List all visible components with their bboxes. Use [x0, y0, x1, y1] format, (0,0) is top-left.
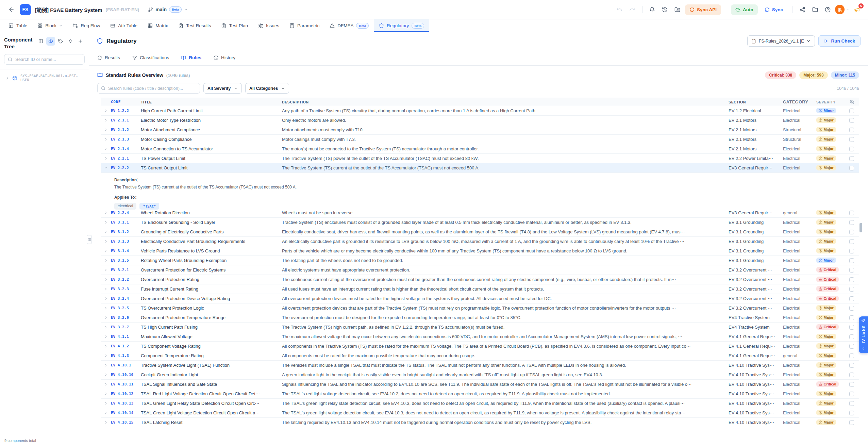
rule-checkbox[interactable] [849, 137, 854, 142]
rule-code[interactable]: EV 4.10.11 [111, 382, 141, 386]
rule-row-ev-4-10-10[interactable]: EV 4.10.10Cockpit Green Indicator LightA… [101, 370, 859, 380]
rule-checkbox[interactable] [849, 211, 854, 215]
rule-row-ev-2-1-1[interactable]: EV 2.1.1Electric Motor Type RestrictionO… [101, 116, 859, 125]
rule-code[interactable]: EV 3.1.1 [111, 220, 141, 225]
rule-checkbox[interactable] [849, 315, 854, 320]
rule-checkbox[interactable] [849, 373, 854, 377]
expand-row-icon[interactable] [101, 259, 111, 262]
expand-row-icon[interactable] [101, 220, 111, 224]
eye-off-icon[interactable] [850, 100, 854, 104]
panel-layout-button[interactable] [36, 37, 45, 46]
expand-collapse-button[interactable] [66, 37, 75, 46]
sub-tab-results[interactable]: Results [97, 55, 120, 60]
severity-filter[interactable]: All Severity [203, 83, 242, 94]
rule-checkbox[interactable] [849, 334, 854, 339]
version-history-button[interactable] [660, 4, 670, 15]
branch-selector[interactable]: main Beta [148, 6, 187, 13]
expand-row-icon[interactable] [101, 287, 111, 291]
rule-code[interactable]: EV 3.1.5 [111, 258, 141, 263]
rule-checkbox[interactable] [849, 353, 854, 358]
rule-code[interactable]: EV 3.2.7 [111, 325, 141, 329]
redo-button[interactable] [627, 4, 637, 15]
rule-code[interactable]: EV 4.1.1 [111, 334, 141, 339]
nav-tab-attr-table[interactable]: Attr Table [105, 19, 143, 32]
rule-code[interactable]: EV 4.1.2 [111, 344, 141, 348]
rule-row-ev-3-2-1[interactable]: EV 3.2.1Overcurrent Protection for Elect… [101, 265, 859, 275]
rule-checkbox[interactable] [849, 325, 854, 330]
rule-row-ev-3-1-5[interactable]: EV 3.1.5Rotating Wheel Parts Grounding E… [101, 256, 859, 265]
rule-row-ev-4-1-2[interactable]: EV 4.1.2TS Component Voltage RatingAll c… [101, 342, 859, 351]
rule-row-ev-4-10-12[interactable]: EV 4.10.12TSAL Red Light Voltage Detecti… [101, 389, 859, 399]
run-check-button[interactable]: Run Check [818, 35, 861, 47]
undo-button[interactable] [615, 4, 625, 15]
rule-checkbox[interactable] [849, 258, 854, 263]
rule-row-ev-4-10-1[interactable]: EV 4.10.1Tractive System Active Light (T… [101, 361, 859, 370]
rule-row-ev-4-10-15[interactable]: EV 4.10.15TSAL Latching ResetThe latchin… [101, 418, 859, 427]
category-filter[interactable]: All Categories [245, 83, 289, 94]
rule-row-ev-3-2-3[interactable]: EV 3.2.3Fuse Interrupt Current RatingAll… [101, 284, 859, 294]
rule-code[interactable]: EV 2.2.1 [111, 156, 141, 161]
sync-api-button[interactable]: Sync API [685, 4, 721, 15]
rule-checkbox[interactable] [849, 249, 854, 253]
rule-row-ev-4-10-11[interactable]: EV 4.10.11TSAL Signal Influences and Saf… [101, 380, 859, 389]
expand-row-icon[interactable] [101, 363, 111, 367]
rule-row-ev-4-1-1[interactable]: EV 4.1.1Maximum Allowed VoltageThe maxim… [101, 332, 859, 342]
help-button[interactable] [822, 4, 833, 15]
auto-save-button[interactable]: Auto [731, 4, 758, 15]
rule-checkbox[interactable] [849, 363, 854, 368]
rule-row-ev-2-1-3[interactable]: EV 2.1.3Motor Casing ComplianceMotor cas… [101, 135, 859, 144]
expand-row-icon[interactable] [101, 230, 111, 234]
rule-checkbox[interactable] [849, 166, 854, 170]
rule-code[interactable]: EV 4.10.15 [111, 420, 141, 425]
vertical-scrollbar-thumb[interactable] [859, 223, 862, 232]
ai-assistant-button[interactable]: SRMT AI [859, 316, 868, 353]
rule-checkbox[interactable] [849, 411, 854, 415]
rule-code[interactable]: EV 3.1.2 [111, 230, 141, 234]
tree-item-root[interactable]: SYS-FSAE-BAT-EN-001-u-EST-USER [4, 69, 85, 86]
rule-code[interactable]: EV 4.10.13 [111, 401, 141, 406]
rule-row-ev-4-10-14[interactable]: EV 4.10.14TSAL Green Light Voltage Detec… [101, 408, 859, 418]
expand-row-icon[interactable] [101, 354, 111, 358]
rule-row-ev-2-2-2[interactable]: EV 2.2.2TS Current Output LimitThe Tract… [101, 163, 859, 173]
sub-tab-history[interactable]: History [214, 55, 235, 60]
rule-checkbox[interactable] [849, 382, 854, 387]
rule-code[interactable]: EV 4.10.10 [111, 373, 141, 377]
rule-checkbox[interactable] [849, 156, 854, 161]
rule-checkbox[interactable] [849, 147, 854, 151]
sub-tab-classifications[interactable]: Classifications [132, 55, 169, 60]
rule-row-ev-3-1-1[interactable]: EV 3.1.1TS Enclosure Grounding - Solid L… [101, 218, 859, 227]
expand-row-icon[interactable] [101, 373, 111, 377]
nav-tab-parametric[interactable]: Parametric [284, 19, 324, 32]
rule-checkbox[interactable] [849, 287, 854, 292]
nav-tab-dfmea[interactable]: DFMEABeta [324, 19, 374, 32]
rule-code[interactable]: EV 3.2.6 [111, 315, 141, 320]
expand-row-icon[interactable] [101, 401, 111, 405]
expand-row-icon[interactable] [101, 137, 111, 141]
rule-row-ev-3-2-7[interactable]: EV 3.2.7TS High Current Path FusingThe T… [101, 323, 859, 332]
notifications-button[interactable] [647, 4, 657, 15]
rule-checkbox[interactable] [849, 118, 854, 123]
rule-row-ev-4-1-3[interactable]: EV 4.1.3Component Temperature RatingAll … [101, 351, 859, 361]
rule-code[interactable]: EV 4.10.14 [111, 411, 141, 415]
ruleset-selector[interactable]: FS-Rules_2026_v1.1 [E [747, 35, 815, 47]
rule-code[interactable]: EV 3.2.4 [111, 296, 141, 301]
rule-row-ev-2-2-4[interactable]: EV 2.2.4Wheel Rotation DirectionWheels m… [101, 208, 859, 218]
nav-tab-regulatory[interactable]: RegulatoryBeta [374, 19, 429, 32]
folder-sync-button[interactable] [672, 4, 683, 15]
rule-row-ev-3-2-2[interactable]: EV 3.2.2Overcurrent Protection RatingThe… [101, 275, 859, 284]
expand-row-icon[interactable] [101, 118, 111, 122]
rule-row-ev-3-2-4[interactable]: EV 3.2.4Overcurrent Protection Device Vo… [101, 294, 859, 303]
rule-code[interactable]: EV 3.2.1 [111, 268, 141, 272]
rule-code[interactable]: EV 3.2.5 [111, 306, 141, 310]
nav-tab-test-plan[interactable]: Test Plan [216, 19, 253, 32]
tags-button[interactable] [56, 37, 65, 46]
expand-row-icon[interactable] [101, 392, 111, 396]
rule-checkbox[interactable] [849, 239, 854, 244]
expand-row-icon[interactable] [101, 240, 111, 243]
expand-row-icon[interactable] [101, 316, 111, 319]
rule-row-ev-3-1-3[interactable]: EV 3.1.3Electrically Conductive Part Gro… [101, 237, 859, 246]
user-avatar[interactable]: 系 [835, 5, 849, 14]
rule-code[interactable]: EV 3.2.3 [111, 287, 141, 291]
nav-tab-matrix[interactable]: Matrix [143, 19, 173, 32]
rule-code[interactable]: EV 3.1.3 [111, 239, 141, 244]
